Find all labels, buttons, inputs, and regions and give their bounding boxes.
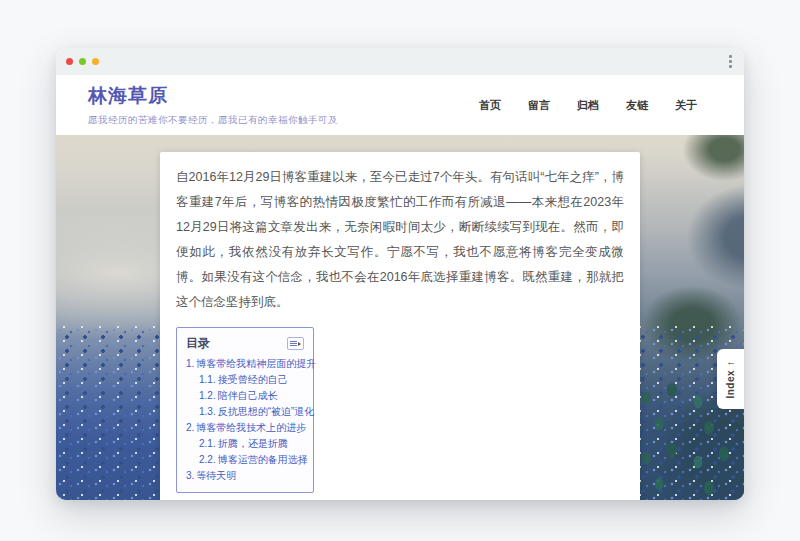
toc-link[interactable]: 1.3.反抗思想的“被迫”退化 (199, 406, 314, 417)
site-title[interactable]: 林海草原 (88, 83, 338, 109)
arrow-up-icon: ↑ (725, 360, 736, 366)
toc-item: 2.博客带给我技术上的进步 (186, 420, 304, 436)
index-back-to-toc-button[interactable]: Index ↑ (717, 349, 744, 409)
article-card: 自2016年12月29日博客重建以来，至今已走过7个年头。有句话叫“七年之痒”，… (160, 152, 640, 500)
intro-paragraph: 自2016年12月29日博客重建以来，至今已走过7个年头。有句话叫“七年之痒”，… (176, 165, 624, 315)
toc-link[interactable]: 2.1.折腾，还是折腾 (199, 438, 288, 449)
index-tab-label: Index (725, 369, 736, 398)
toc-link[interactable]: 3.等待天明 (186, 470, 236, 481)
toc-item: 3.等待天明 (186, 468, 304, 484)
close-window-icon[interactable] (66, 58, 73, 65)
maximize-window-icon[interactable] (92, 58, 99, 65)
toc-item: 1.1.接受曾经的自己 (186, 372, 304, 388)
kebab-menu-icon[interactable] (729, 55, 732, 68)
toc-item: 1.2.陪伴自己成长 (186, 388, 304, 404)
site-subtitle: 愿我经历的苦难你不要经历，愿我已有的幸福你触手可及 (88, 114, 338, 127)
toc-item: 1.3.反抗思想的“被迫”退化 (186, 404, 304, 420)
site-branding: 林海草原 愿我经历的苦难你不要经历，愿我已有的幸福你触手可及 (88, 83, 338, 127)
toc-item: 2.2.博客运营的备用选择 (186, 452, 304, 468)
nav-link[interactable]: 归档 (577, 98, 599, 113)
main-nav: 首页留言归档友链关于 (479, 98, 697, 113)
window-titlebar[interactable] (56, 48, 744, 75)
toc-link[interactable]: 2.2.博客运营的备用选择 (199, 454, 308, 465)
toc-link[interactable]: 2.博客带给我技术上的进步 (186, 422, 306, 433)
nav-link[interactable]: 友链 (626, 98, 648, 113)
caret-icon (298, 342, 301, 346)
toc-link[interactable]: 1.博客带给我精神层面的提升 (186, 358, 316, 369)
minimize-window-icon[interactable] (79, 58, 86, 65)
toc-item: 1.博客带给我精神层面的提升 (186, 356, 304, 372)
toc-list: 1.博客带给我精神层面的提升 1.1.接受曾经的自己 1.2.陪伴自己成长 1.… (186, 356, 304, 484)
nav-link[interactable]: 留言 (528, 98, 550, 113)
hero-painting: 自2016年12月29日博客重建以来，至今已走过7个年头。有句话叫“七年之痒”，… (56, 135, 744, 500)
toc-link[interactable]: 1.2.陪伴自己成长 (199, 390, 278, 401)
toc-toggle-button[interactable] (287, 337, 304, 350)
list-collapse-icon (290, 341, 297, 346)
toc-item: 2.1.折腾，还是折腾 (186, 436, 304, 452)
nav-link[interactable]: 关于 (675, 98, 697, 113)
toc-link[interactable]: 1.1.接受曾经的自己 (199, 374, 288, 385)
site-header: 林海草原 愿我经历的苦难你不要经历，愿我已有的幸福你触手可及 首页留言归档友链关… (56, 75, 744, 135)
nav-link[interactable]: 首页 (479, 98, 501, 113)
toc-widget: 目录 1.博客带给我精神层面的提升 1.1.接受曾经的自己 (176, 327, 314, 493)
toc-title: 目录 (186, 335, 210, 352)
browser-window: 林海草原 愿我经历的苦难你不要经历，愿我已有的幸福你触手可及 首页留言归档友链关… (56, 48, 744, 500)
